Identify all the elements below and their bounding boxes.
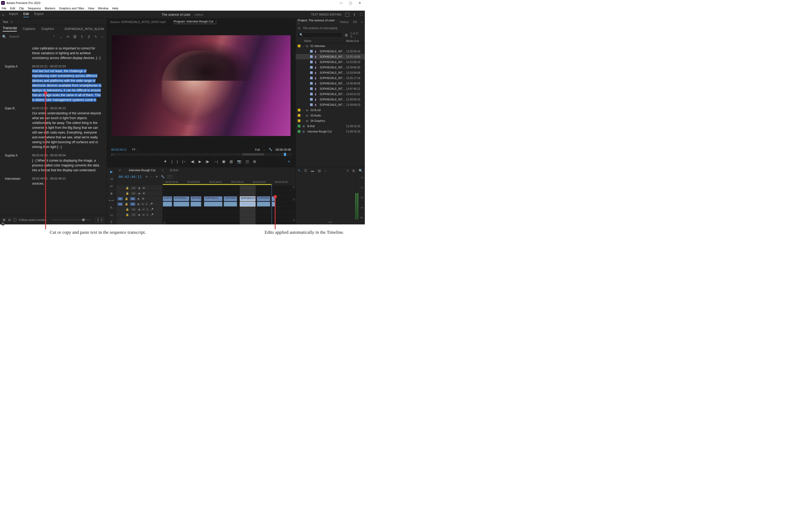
go-to-in-icon[interactable]: |← [182, 159, 186, 163]
transcript-text[interactable]: sources. [32, 181, 102, 186]
expand-icon[interactable]: ⌄ [302, 45, 305, 47]
text-panel-tab[interactable]: Text [3, 20, 8, 24]
transcript-text[interactable]: color calibration is so important to cor… [32, 46, 102, 60]
razor-tool-icon[interactable]: ◈ [109, 191, 114, 196]
expand-icon[interactable]: › [302, 109, 305, 111]
transcript-entry[interactable]: Sophie A00:02:41:00 - 00:02:49:04[···] W… [5, 153, 102, 173]
marker-tl-icon[interactable]: ▼ [155, 175, 158, 178]
transcript-text[interactable]: And last but not least, the challenge of… [32, 69, 102, 102]
track-select-tool-icon[interactable]: ⇥ [109, 177, 114, 181]
slip-tool-icon[interactable]: ⟷ [109, 198, 114, 203]
menu-view[interactable]: View [88, 7, 94, 10]
audio-clip[interactable] [191, 202, 201, 207]
refresh-icon[interactable]: ⟳ [66, 35, 70, 38]
project-item-list[interactable]: ⌄🗀01 Interview▮SOPHIEDALE_INT01_A13:20:3… [296, 43, 365, 167]
monitor-timecode-left[interactable]: 00:02:44:11 [111, 148, 127, 151]
overflow-icon[interactable]: » [361, 20, 363, 24]
expand-icon[interactable]: › [302, 120, 305, 122]
track-header-a2[interactable]: 🔒A2◉MS🎤 [116, 207, 163, 212]
full-dropdown[interactable]: Full [255, 148, 260, 151]
col-header-end[interactable]: Media End [346, 39, 363, 42]
timeline-ruler[interactable]: 00:00:29:2300:00:59:2200:01:29:2100:01:5… [163, 180, 295, 185]
audio-clip[interactable] [257, 202, 270, 207]
video-clip[interactable]: SOPHIE [191, 197, 201, 201]
collapse-icon[interactable]: ⇵ [87, 35, 91, 38]
project-item[interactable]: ▮SOPHIEDALE_INT03_iP11:59:59:23 [296, 102, 365, 108]
prev-match-icon[interactable]: ⌃ [52, 35, 56, 38]
transcript-entry[interactable]: Interviewer00:02:49:05 - 00:02:49:12sour… [5, 176, 102, 186]
text-subtab-graphics[interactable]: Graphics [41, 27, 54, 31]
pause-detection-icon[interactable]: ⏸ [73, 35, 77, 38]
more-options-icon[interactable]: ⋯ [101, 35, 105, 38]
transcript-body[interactable]: color calibration is so important to cor… [0, 40, 107, 215]
workspace-tab-edit[interactable]: Edit [23, 12, 29, 18]
lift-icon[interactable]: ▣ [222, 159, 225, 163]
track-header-v3[interactable]: 🔒V3◉👁 [116, 185, 163, 191]
video-clip[interactable]: SOPHIEDA [224, 197, 237, 201]
workspace-tab-import[interactable]: Import [9, 12, 18, 18]
monitor-scrub-bar[interactable] [111, 152, 291, 156]
project-search-input[interactable] [298, 32, 342, 38]
panel-menu-icon[interactable]: ≡ [11, 20, 12, 24]
fullscreen-icon[interactable]: ⛶ [360, 13, 363, 16]
transcript-entry[interactable]: Sophie A00:02:01:21 - 00:02:22:03And las… [5, 64, 102, 102]
mark-in-icon[interactable]: { [171, 159, 172, 163]
audio-clip[interactable] [163, 202, 172, 207]
search-icon[interactable]: 🔍 [2, 35, 6, 39]
minimize-icon[interactable]: — [340, 1, 343, 5]
menu-markers[interactable]: Markers [45, 7, 55, 10]
program-monitor-viewport[interactable] [107, 25, 295, 146]
edit-icon[interactable]: ✎ [94, 35, 97, 38]
project-item[interactable]: ›🗀04 Graphics [296, 118, 365, 123]
go-to-out-icon[interactable]: →| [213, 159, 218, 163]
list-ic[interactable]: ☰ [304, 169, 307, 173]
audio-clip[interactable] [173, 202, 190, 207]
close-icon[interactable]: ✕ [358, 1, 361, 5]
project-item[interactable]: ›🗀03 Audio [296, 113, 365, 118]
timeline-tab-0[interactable]: Interview Rough Cut [129, 169, 155, 172]
expand-icon[interactable]: ⇕ [80, 35, 84, 38]
project-item[interactable]: ▮SOPHIEDALE_INT02_C13:33:54:08 [296, 70, 365, 76]
video-clip[interactable]: SOPHIEDAL [204, 197, 222, 201]
track-header-v1[interactable]: V1🔒V1◉👁 [116, 196, 163, 202]
transcript-entry[interactable]: Dale R.00:02:22:03 - 00:02:40:23Our enti… [5, 106, 102, 150]
project-item[interactable]: ⊞Interview Rough Cut11:59:16:19 [296, 129, 365, 134]
project-item[interactable]: ▮SOPHIEDALE_INT03_C13:47:45:12 [296, 86, 365, 91]
follow-monitor-checkbox[interactable] [13, 218, 16, 221]
extract-icon[interactable]: ▥ [230, 159, 233, 163]
video-clip[interactable]: SOPHIEDA [173, 197, 190, 201]
footer-view1-icon[interactable]: ▦ [3, 218, 5, 221]
zoom-slider[interactable] [51, 219, 91, 220]
fit-dropdown[interactable]: Fit [132, 148, 135, 151]
program-monitor-tab[interactable]: Program: Interview Rough Cut ≡ [174, 20, 217, 24]
project-item[interactable]: ▮SOPHIEDALE_INT02_A13:28:40:20 [296, 65, 365, 70]
linked-selection-icon[interactable]: ∩ [150, 175, 153, 178]
new-bin-icon[interactable]: ▦ [345, 33, 348, 37]
ripple-tool-icon[interactable]: ⇔ [109, 184, 114, 188]
project-item[interactable]: ⌄🗀01 Interview [296, 43, 365, 49]
transcript-text[interactable]: Our entire understanding of the universe… [32, 111, 102, 149]
project-item[interactable]: ▮SOPHIEDALE_INT01_C13:25:18:08 [296, 54, 365, 59]
project-item[interactable]: ▮SOPHIEDALE_INT03_S13:43:12:22 [296, 91, 365, 97]
button-editor-icon[interactable]: ＋ [287, 159, 291, 164]
circle-ic[interactable]: ○ [324, 169, 326, 173]
maximize-icon[interactable]: ▢ [349, 1, 352, 5]
audio-clip[interactable] [240, 202, 256, 207]
next-match-icon[interactable]: ⌄ [59, 35, 63, 38]
cc-badge-icon[interactable]: ◉ [1, 222, 5, 226]
mark-out-icon[interactable]: } [177, 159, 178, 163]
stack-ic[interactable]: ▤ [318, 169, 321, 173]
transcript-search-input[interactable] [9, 35, 28, 38]
timeline-tab-1[interactable]: B-Roll [170, 169, 178, 172]
compare-icon[interactable]: ◫ [245, 159, 249, 163]
text-based-editing-button[interactable]: TEXT BASED EDITING [311, 13, 342, 16]
footer-ellipsis-button[interactable]: [⋯] [96, 217, 104, 222]
settings-tl-icon[interactable]: 🔧 [161, 175, 165, 178]
effects-tab[interactable]: Eff [353, 20, 357, 24]
hamburger-ic[interactable]: ≡ [347, 169, 349, 173]
transcript-text[interactable]: [···] When it comes to displaying the im… [32, 158, 102, 173]
close-sequence-icon[interactable]: ✕ [119, 169, 121, 172]
video-clip[interactable]: SOPHIEDALE_ [240, 197, 256, 201]
snap-icon[interactable]: ❄ [145, 175, 148, 178]
project-tab[interactable]: Project: The science of color ≡ [298, 19, 336, 25]
